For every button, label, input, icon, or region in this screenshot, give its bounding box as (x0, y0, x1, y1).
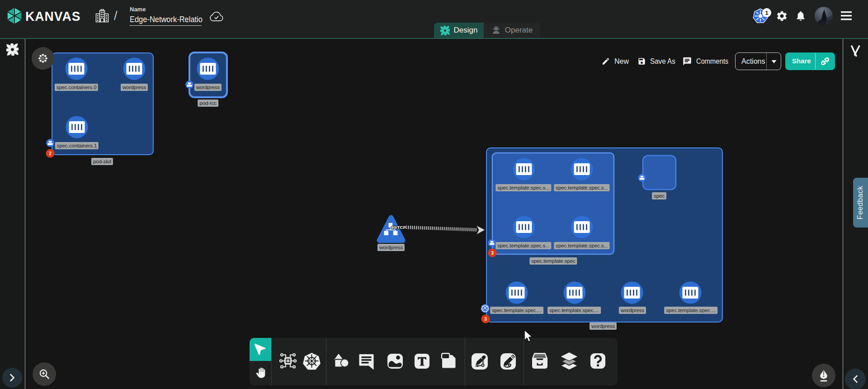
svg-text:3: 3 (491, 251, 494, 256)
svg-text:3: 3 (484, 317, 487, 322)
svg-text:80/TCP: 80/TCP (391, 225, 406, 230)
svg-text:2: 2 (49, 151, 52, 156)
